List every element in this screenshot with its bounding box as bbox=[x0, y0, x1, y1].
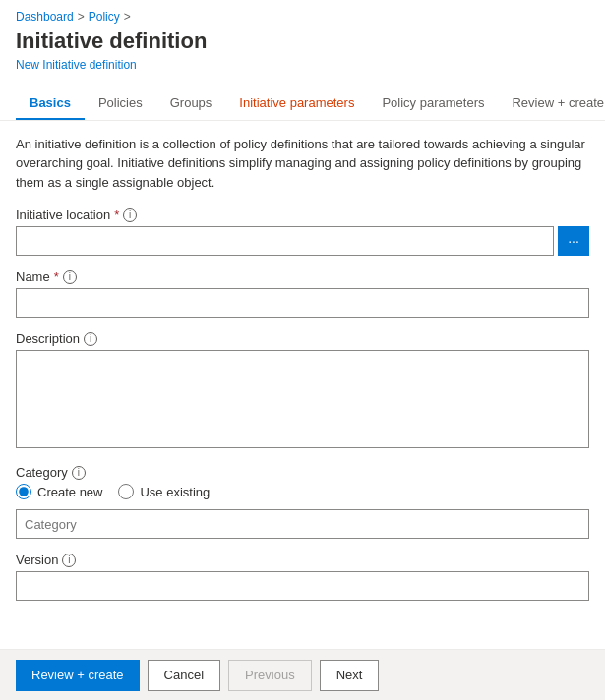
description-input[interactable] bbox=[16, 350, 589, 448]
tab-groups[interactable]: Groups bbox=[156, 88, 226, 120]
footer-bar: Review + create Cancel Previous Next bbox=[0, 649, 605, 700]
category-radio-group: Create new Use existing bbox=[16, 484, 589, 499]
initiative-location-group: Initiative location * i ··· bbox=[16, 207, 589, 256]
initiative-location-browse-button[interactable]: ··· bbox=[558, 226, 589, 256]
initiative-location-input[interactable] bbox=[16, 226, 554, 256]
page-subtitle: New Initiative definition bbox=[16, 58, 589, 72]
category-use-existing-input[interactable] bbox=[118, 484, 134, 499]
initiative-location-info-icon[interactable]: i bbox=[123, 208, 137, 222]
category-create-new-input[interactable] bbox=[16, 484, 31, 499]
category-group: Category i Create new Use existing bbox=[16, 465, 589, 539]
page-title: Initiative definition bbox=[16, 28, 589, 56]
version-group: Version i bbox=[16, 553, 589, 601]
tabs-bar: Basics Policies Groups Initiative parame… bbox=[0, 88, 605, 121]
description-label: Description i bbox=[16, 331, 589, 346]
version-info-icon[interactable]: i bbox=[62, 554, 76, 567]
tab-policies[interactable]: Policies bbox=[85, 88, 156, 120]
category-info-icon[interactable]: i bbox=[72, 466, 86, 480]
name-group: Name * i bbox=[16, 269, 589, 318]
page-header: Initiative definition New Initiative def… bbox=[0, 28, 605, 76]
tab-initiative-parameters[interactable]: Initiative parameters bbox=[225, 88, 368, 120]
tab-review-create[interactable]: Review + create bbox=[498, 88, 605, 120]
name-info-icon[interactable]: i bbox=[63, 270, 77, 284]
initiative-location-label: Initiative location * i bbox=[16, 207, 589, 222]
breadcrumb-sep-2: > bbox=[124, 10, 131, 24]
category-input[interactable] bbox=[16, 509, 589, 539]
category-label: Category i bbox=[16, 465, 589, 480]
breadcrumb: Dashboard > Policy > bbox=[0, 0, 605, 28]
name-input[interactable] bbox=[16, 288, 589, 318]
cancel-button[interactable]: Cancel bbox=[148, 660, 220, 691]
review-create-button[interactable]: Review + create bbox=[16, 660, 140, 691]
content-area: An initiative definition is a collection… bbox=[0, 121, 605, 629]
description-group: Description i bbox=[16, 331, 589, 451]
tab-basics[interactable]: Basics bbox=[16, 88, 85, 120]
name-required: * bbox=[54, 269, 59, 284]
description-text: An initiative definition is a collection… bbox=[16, 135, 589, 193]
breadcrumb-policy[interactable]: Policy bbox=[89, 10, 120, 24]
previous-button: Previous bbox=[228, 660, 312, 691]
name-label: Name * i bbox=[16, 269, 589, 284]
category-use-existing-radio[interactable]: Use existing bbox=[118, 484, 210, 499]
tab-policy-parameters[interactable]: Policy parameters bbox=[368, 88, 498, 120]
initiative-location-input-row: ··· bbox=[16, 226, 589, 256]
breadcrumb-dashboard[interactable]: Dashboard bbox=[16, 10, 74, 24]
next-button[interactable]: Next bbox=[320, 660, 380, 691]
category-create-new-radio[interactable]: Create new bbox=[16, 484, 102, 499]
page-wrapper: Dashboard > Policy > Initiative definiti… bbox=[0, 0, 605, 700]
initiative-location-required: * bbox=[114, 207, 119, 222]
version-input[interactable] bbox=[16, 571, 589, 601]
description-info-icon[interactable]: i bbox=[84, 332, 97, 346]
version-label: Version i bbox=[16, 553, 589, 567]
breadcrumb-sep-1: > bbox=[78, 10, 85, 24]
